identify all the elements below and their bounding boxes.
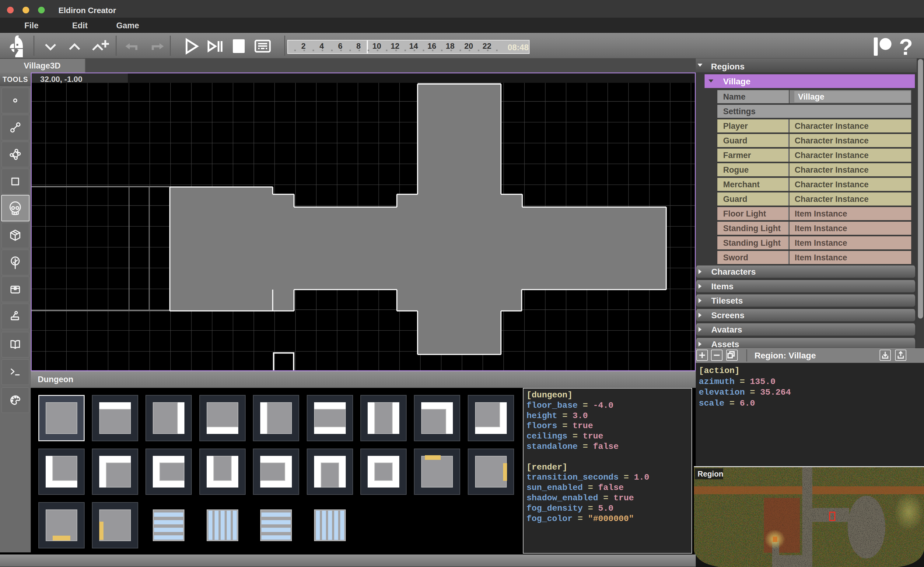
svg-text:Region: Region [698, 469, 723, 478]
